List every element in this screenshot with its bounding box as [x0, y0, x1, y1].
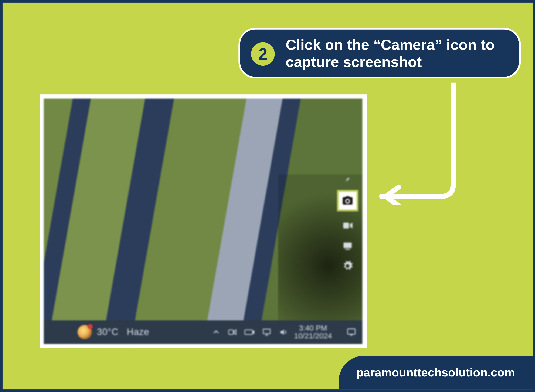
- record-video-button[interactable]: [339, 218, 356, 233]
- battery-button[interactable]: [244, 328, 254, 336]
- camera-icon: [342, 195, 354, 207]
- network-icon: [262, 328, 271, 337]
- gamebar-widget: [338, 177, 357, 273]
- volume-button[interactable]: [279, 328, 288, 337]
- svg-rect-7: [348, 329, 355, 334]
- clock-time: 3:40 PM: [299, 324, 327, 332]
- clock-date: 10/21/2024: [294, 332, 332, 340]
- brand-footer: paramounttechsolution.com: [339, 356, 532, 389]
- network-button[interactable]: [262, 328, 271, 337]
- embedded-screenshot: 30°C Haze: [40, 94, 367, 348]
- broadcast-icon: [342, 240, 353, 251]
- weather-temperature: 30°C: [97, 327, 118, 337]
- step-number-badge: 2: [251, 42, 275, 66]
- volume-icon: [279, 328, 288, 337]
- brand-url: paramounttechsolution.com: [356, 366, 515, 379]
- svg-rect-5: [253, 331, 254, 333]
- system-tray: [212, 328, 288, 337]
- desktop-wallpaper: 30°C Haze: [44, 99, 362, 344]
- svg-rect-1: [343, 243, 352, 248]
- windows-taskbar: 30°C Haze: [44, 320, 362, 344]
- chevron-up-icon: [212, 328, 220, 336]
- gear-icon: [342, 260, 353, 272]
- svg-rect-6: [263, 329, 270, 334]
- weather-condition: Haze: [127, 327, 149, 337]
- svg-rect-4: [245, 330, 253, 334]
- svg-rect-3: [229, 330, 233, 335]
- video-icon: [342, 220, 354, 232]
- camera-button[interactable]: [337, 190, 358, 211]
- svg-rect-0: [343, 223, 349, 229]
- step-callout: 2 Click on the “Camera” icon to capture …: [238, 28, 521, 78]
- gamebar-settings-button[interactable]: [339, 258, 356, 273]
- tutorial-card: 2 Click on the “Camera” icon to capture …: [0, 0, 535, 392]
- weather-icon: [77, 325, 92, 339]
- pin-icon[interactable]: [344, 177, 351, 185]
- callout-arrow: [365, 83, 491, 205]
- battery-icon: [244, 328, 254, 336]
- broadcast-button[interactable]: [339, 238, 356, 253]
- tray-overflow-chevron[interactable]: [212, 328, 220, 336]
- action-center-button[interactable]: [346, 327, 357, 337]
- meet-now-button[interactable]: [228, 328, 237, 337]
- action-center-icon: [346, 327, 357, 337]
- weather-widget[interactable]: 30°C Haze: [77, 325, 149, 339]
- meet-now-icon: [228, 328, 237, 337]
- svg-rect-2: [345, 249, 350, 250]
- step-instruction-text: Click on the “Camera” icon to capture sc…: [286, 36, 506, 71]
- taskbar-clock[interactable]: 3:40 PM 10/21/2024: [294, 324, 332, 340]
